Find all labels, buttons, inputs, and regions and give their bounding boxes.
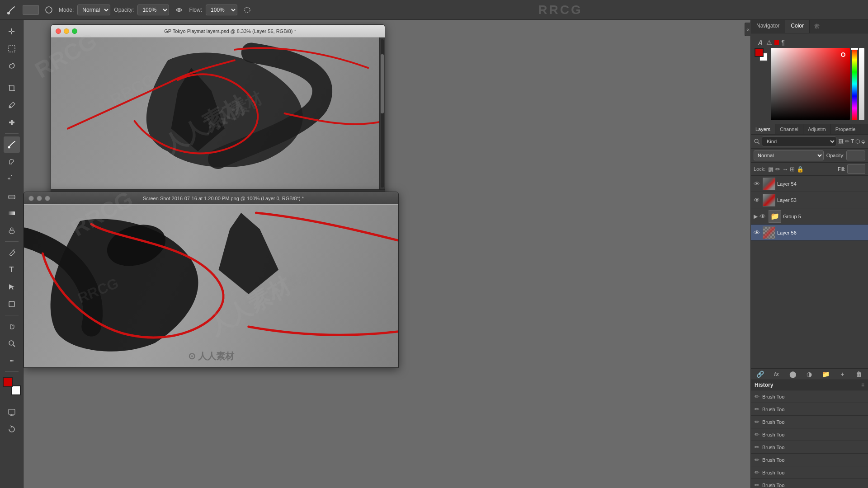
tool-clone[interactable] — [4, 154, 20, 170]
doc-canvas-2[interactable] — [24, 205, 398, 367]
tool-shape[interactable] — [4, 296, 20, 312]
layers-filter-kind[interactable]: Kind — [762, 136, 836, 146]
tool-extra[interactable]: ••• — [4, 352, 20, 369]
layer-visibility-54[interactable]: 👁 — [754, 180, 761, 188]
win-min-2[interactable] — [37, 196, 42, 201]
layer-item-56[interactable]: 👁 Layer 56 — [751, 225, 868, 241]
tab-channels[interactable]: Channel — [775, 124, 803, 134]
opacity-input[interactable]: 100% — [846, 150, 865, 160]
doc-canvas-1[interactable] — [51, 38, 385, 189]
alpha-slider[interactable] — [859, 48, 864, 120]
lock-position-icon[interactable]: ↔ — [782, 166, 788, 173]
tool-lasso[interactable] — [4, 58, 20, 74]
layer-visibility-53[interactable]: 👁 — [754, 197, 761, 204]
airbrush-icon[interactable] — [241, 4, 254, 16]
color-gradient-area[interactable] — [755, 48, 850, 120]
hue-slider[interactable] — [852, 48, 857, 120]
brush-size-input[interactable]: 25 — [23, 5, 39, 15]
win-close-1[interactable] — [56, 28, 61, 34]
lock-transparent-icon[interactable]: ▩ — [768, 166, 774, 173]
tool-path-select[interactable] — [4, 279, 20, 295]
filter-shape-icon[interactable]: ⬡ — [855, 138, 860, 145]
tool-move[interactable]: ✛ — [4, 23, 20, 40]
tool-brush[interactable] — [4, 136, 20, 153]
flow-dropdown[interactable]: 100% — [206, 5, 237, 15]
tool-marquee[interactable] — [4, 41, 20, 57]
layer-group-arrow-5[interactable]: ▶ — [754, 213, 758, 220]
tab-navigator[interactable]: Navigator — [751, 20, 785, 33]
lock-all-icon[interactable]: 🔒 — [797, 166, 804, 173]
tool-gradient[interactable] — [4, 205, 20, 221]
separator-1 — [5, 77, 19, 77]
history-menu-icon[interactable]: ≡ — [861, 382, 864, 388]
color-text-icon[interactable]: A — [756, 38, 764, 47]
tool-rotate-view[interactable] — [4, 421, 20, 437]
tool-hand[interactable] — [4, 318, 20, 334]
fill-input[interactable]: 100% — [847, 164, 865, 174]
lock-artboard-icon[interactable]: ⊞ — [790, 166, 795, 173]
color-picker-cursor — [841, 52, 845, 57]
tab-extra[interactable]: 素 — [810, 20, 824, 33]
history-item-2[interactable]: ✏ Brush Tool — [751, 416, 868, 428]
blend-mode-dropdown[interactable]: Normal — [754, 150, 824, 160]
filter-smart-icon[interactable]: ⬙ — [861, 138, 865, 145]
layer-item-group5[interactable]: ▶ 👁 📁 Group 5 — [751, 208, 868, 225]
filter-text-icon[interactable]: T — [851, 138, 854, 145]
tool-crop[interactable] — [4, 80, 20, 96]
tab-adjustments[interactable]: Adjustm — [803, 124, 831, 134]
brush-preset-icon[interactable] — [42, 4, 55, 16]
tool-zoom[interactable] — [4, 335, 20, 352]
layer-visibility-56[interactable]: 👁 — [754, 229, 761, 236]
tool-eraser[interactable] — [4, 188, 20, 204]
history-item-4[interactable]: ✏ Brush Tool — [751, 441, 868, 454]
layer-link-icon[interactable]: 🔗 — [754, 371, 766, 378]
layer-mask-icon[interactable]: ⬤ — [787, 371, 799, 378]
history-item-7[interactable]: ✏ Brush Tool — [751, 479, 868, 488]
opacity-toggle-icon[interactable] — [173, 4, 185, 16]
layer-new-icon[interactable]: + — [836, 371, 849, 378]
color-paragraph-icon[interactable]: ¶ — [779, 38, 787, 47]
color-small-swatch[interactable] — [774, 40, 779, 45]
tab-properties[interactable]: Propertie — [831, 124, 861, 134]
layer-group-icon[interactable]: 📁 — [820, 371, 832, 378]
filter-adjustment-icon[interactable]: ✏ — [845, 138, 849, 145]
history-item-6[interactable]: ✏ Brush Tool — [751, 466, 868, 479]
tool-eyedropper[interactable] — [4, 97, 20, 113]
tool-screen-mode[interactable] — [4, 404, 20, 420]
panel-collapse-button[interactable]: ‹‹ — [745, 23, 751, 36]
hue-saturation-picker[interactable] — [771, 48, 850, 120]
layer-item-54[interactable]: 👁 Layer 54 — [751, 176, 868, 192]
tab-layers[interactable]: Layers — [751, 124, 775, 134]
history-item-5[interactable]: ✏ Brush Tool — [751, 454, 868, 466]
tool-text[interactable]: T — [4, 262, 20, 278]
history-item-1[interactable]: ✏ Brush Tool — [751, 403, 868, 416]
svg-point-8 — [8, 146, 10, 149]
color-swatches[interactable] — [3, 377, 21, 395]
doc-scroll-vertical-1[interactable] — [379, 38, 385, 189]
tool-dodge[interactable] — [4, 222, 20, 239]
win-min-1[interactable] — [64, 28, 69, 34]
history-item-3[interactable]: ✏ Brush Tool — [751, 428, 868, 441]
tool-history-brush[interactable] — [4, 171, 20, 187]
filter-pixel-icon[interactable]: 🖼 — [838, 138, 844, 145]
foreground-color-swatch[interactable] — [3, 377, 13, 387]
fg-color-mini[interactable] — [755, 48, 764, 57]
history-section: History ≡ ✏ Brush Tool ✏ Brush Tool ✏ Br… — [751, 380, 868, 488]
color-warning-icon[interactable]: ⚠ — [764, 38, 774, 47]
layer-fx-icon[interactable]: fx — [770, 371, 783, 377]
history-item-label-4: Brush Tool — [762, 445, 786, 450]
layer-delete-icon[interactable]: 🗑 — [853, 371, 865, 378]
layer-visibility-group5[interactable]: 👁 — [760, 213, 767, 220]
layer-adjustment-icon[interactable]: ◑ — [803, 371, 816, 378]
tool-healing[interactable] — [4, 114, 20, 131]
win-max-1[interactable] — [72, 28, 77, 34]
tab-color[interactable]: Color — [785, 20, 810, 33]
lock-image-icon[interactable]: ✏ — [775, 166, 780, 173]
win-close-2[interactable] — [28, 196, 34, 201]
win-max-2[interactable] — [45, 196, 50, 201]
mode-dropdown[interactable]: Normal — [77, 5, 110, 15]
tool-pen[interactable] — [4, 244, 20, 261]
layer-item-53[interactable]: 👁 Layer 53 — [751, 192, 868, 208]
history-item-0[interactable]: ✏ Brush Tool — [751, 390, 868, 403]
opacity-dropdown[interactable]: 100% — [137, 5, 169, 15]
